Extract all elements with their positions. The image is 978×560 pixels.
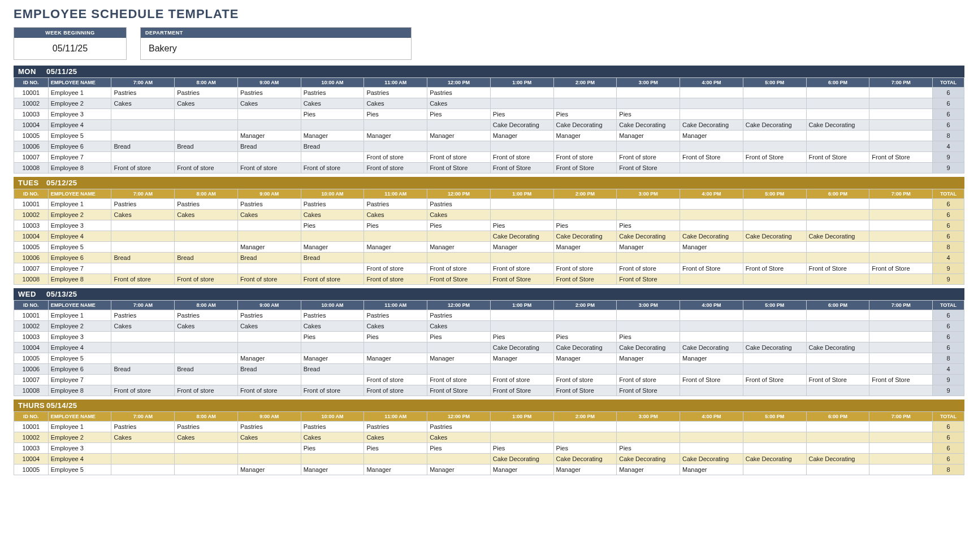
cell-hour[interactable]: Front of Store [680, 152, 743, 163]
cell-hour[interactable] [553, 88, 617, 98]
cell-hour[interactable]: Manager [427, 131, 491, 141]
cell-hour[interactable] [364, 342, 427, 353]
cell-hour[interactable]: Manager [301, 242, 364, 253]
cell-id[interactable]: 10002 [14, 98, 49, 109]
cell-hour[interactable] [680, 88, 743, 98]
cell-hour[interactable]: Bread [237, 141, 301, 152]
cell-hour[interactable]: Pastries [111, 310, 175, 321]
cell-hour[interactable]: Front of Store [869, 263, 933, 274]
cell-name[interactable]: Employee 6 [48, 364, 111, 375]
cell-hour[interactable]: Manager [617, 353, 680, 364]
cell-hour[interactable]: Pastries [427, 199, 491, 210]
cell-hour[interactable] [743, 88, 806, 98]
cell-hour[interactable]: Front of store [237, 274, 301, 285]
cell-hour[interactable] [237, 220, 301, 231]
cell-hour[interactable] [743, 210, 806, 220]
cell-hour[interactable] [869, 274, 933, 285]
cell-hour[interactable]: Manager [680, 242, 743, 253]
cell-name[interactable]: Employee 6 [48, 141, 111, 152]
cell-hour[interactable] [617, 98, 680, 109]
cell-hour[interactable]: Pies [427, 220, 491, 231]
cell-id[interactable]: 10005 [14, 465, 49, 475]
cell-hour[interactable] [553, 310, 617, 321]
cell-hour[interactable] [237, 109, 301, 120]
cell-hour[interactable]: Cake Decorating [680, 231, 743, 242]
cell-hour[interactable]: Front of Store [806, 263, 869, 274]
cell-hour[interactable] [806, 220, 869, 231]
cell-hour[interactable] [743, 109, 806, 120]
cell-name[interactable]: Employee 2 [48, 321, 111, 332]
cell-hour[interactable]: Manager [490, 131, 553, 141]
cell-id[interactable]: 10007 [14, 263, 49, 274]
cell-hour[interactable]: Front of Store [490, 274, 553, 285]
cell-hour[interactable] [490, 432, 553, 443]
cell-hour[interactable] [806, 353, 869, 364]
cell-hour[interactable] [175, 454, 238, 465]
cell-hour[interactable] [869, 220, 933, 231]
cell-hour[interactable] [806, 98, 869, 109]
cell-hour[interactable]: Front of Store [490, 385, 553, 396]
cell-hour[interactable]: Pastries [237, 310, 301, 321]
cell-hour[interactable]: Cake Decorating [743, 120, 806, 131]
cell-hour[interactable]: Cake Decorating [806, 454, 869, 465]
cell-name[interactable]: Employee 4 [48, 342, 111, 353]
cell-hour[interactable] [175, 231, 238, 242]
cell-hour[interactable] [869, 364, 933, 375]
cell-hour[interactable]: Cake Decorating [617, 342, 680, 353]
cell-id[interactable]: 10007 [14, 375, 49, 385]
cell-hour[interactable]: Bread [237, 253, 301, 263]
cell-hour[interactable]: Cakes [427, 432, 491, 443]
cell-hour[interactable] [490, 310, 553, 321]
cell-hour[interactable]: Pies [617, 109, 680, 120]
cell-hour[interactable] [237, 454, 301, 465]
cell-hour[interactable] [617, 88, 680, 98]
cell-hour[interactable] [617, 253, 680, 263]
cell-hour[interactable] [680, 220, 743, 231]
cell-hour[interactable]: Front of Store [427, 163, 491, 173]
cell-hour[interactable]: Bread [301, 141, 364, 152]
cell-hour[interactable]: Front of Store [490, 163, 553, 173]
cell-id[interactable]: 10004 [14, 231, 49, 242]
cell-hour[interactable]: Cakes [364, 98, 427, 109]
cell-hour[interactable] [301, 342, 364, 353]
cell-hour[interactable] [175, 353, 238, 364]
cell-hour[interactable]: Front of store [175, 163, 238, 173]
cell-hour[interactable]: Manager [301, 131, 364, 141]
cell-hour[interactable] [237, 152, 301, 163]
cell-name[interactable]: Employee 3 [48, 109, 111, 120]
cell-hour[interactable]: Manager [490, 465, 553, 475]
cell-hour[interactable] [237, 231, 301, 242]
cell-hour[interactable]: Cake Decorating [617, 231, 680, 242]
cell-hour[interactable]: Pies [490, 443, 553, 454]
cell-hour[interactable] [175, 109, 238, 120]
cell-id[interactable]: 10006 [14, 253, 49, 263]
cell-hour[interactable] [869, 432, 933, 443]
cell-hour[interactable]: Pies [617, 443, 680, 454]
cell-hour[interactable]: Cakes [427, 98, 491, 109]
cell-name[interactable]: Employee 1 [48, 422, 111, 432]
cell-hour[interactable]: Pastries [301, 310, 364, 321]
cell-hour[interactable]: Manager [301, 465, 364, 475]
cell-name[interactable]: Employee 1 [48, 199, 111, 210]
cell-hour[interactable]: Manager [617, 465, 680, 475]
cell-hour[interactable]: Manager [553, 353, 617, 364]
cell-hour[interactable]: Cake Decorating [680, 120, 743, 131]
department-value[interactable]: Bakery [141, 38, 411, 59]
cell-hour[interactable]: Manager [237, 131, 301, 141]
cell-hour[interactable]: Front of store [364, 152, 427, 163]
cell-hour[interactable]: Pastries [111, 422, 175, 432]
cell-hour[interactable] [869, 242, 933, 253]
cell-hour[interactable] [869, 443, 933, 454]
cell-hour[interactable] [806, 242, 869, 253]
cell-hour[interactable]: Pies [427, 109, 491, 120]
cell-hour[interactable]: Cakes [175, 432, 238, 443]
cell-hour[interactable]: Cakes [175, 98, 238, 109]
cell-hour[interactable] [743, 131, 806, 141]
cell-hour[interactable] [111, 263, 175, 274]
cell-hour[interactable] [553, 141, 617, 152]
cell-hour[interactable]: Cake Decorating [806, 120, 869, 131]
cell-name[interactable]: Employee 1 [48, 310, 111, 321]
cell-hour[interactable]: Cake Decorating [806, 231, 869, 242]
cell-hour[interactable]: Pastries [301, 422, 364, 432]
cell-hour[interactable]: Front of store [364, 163, 427, 173]
